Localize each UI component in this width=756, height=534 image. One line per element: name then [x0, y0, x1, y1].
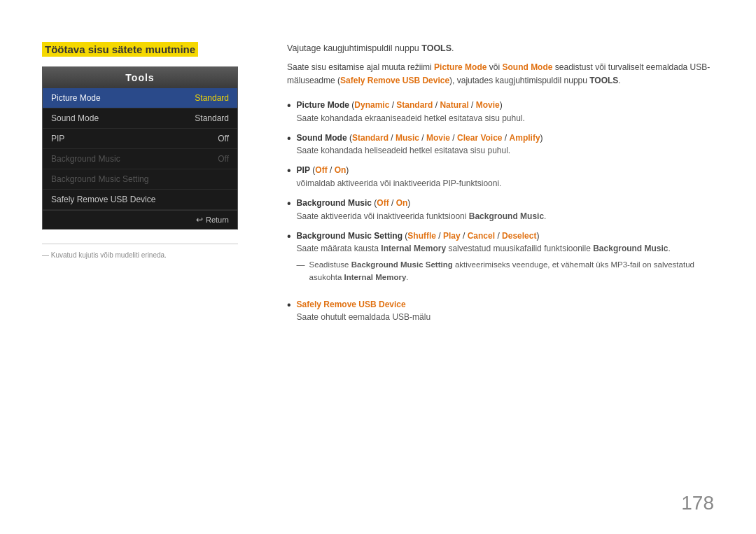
- bullet-title: Safely Remove USB Device: [297, 298, 714, 311]
- bullet-sub: Saate kohandada heliseadeid hetkel esita…: [297, 144, 714, 157]
- note-text: Seadistuse Background Music Setting akti…: [309, 259, 714, 284]
- bullet-content: Picture Mode (Dynamic / Standard / Natur…: [297, 99, 714, 125]
- footnote-area: ― Kuvatud kujutis võib mudeliti erineda.: [42, 244, 238, 259]
- page-number: 178: [681, 492, 714, 514]
- bullet-sub: Saate ohutult eemaldada USB-mälu: [297, 311, 714, 323]
- bullet-dot-icon: •: [287, 228, 291, 246]
- bullet-content: Background Music (Off / On) Saate aktive…: [297, 197, 714, 223]
- return-label: Return: [206, 216, 229, 224]
- return-button[interactable]: ↩ Return: [51, 215, 229, 225]
- bullet-title: Sound Mode (Standard / Music / Movie / C…: [297, 132, 714, 145]
- bullet-dot-icon: •: [287, 297, 291, 314]
- note-dash-icon: ―: [297, 259, 305, 272]
- tools-item-value: Standard: [195, 113, 229, 123]
- section-title: Töötava sisu sätete muutmine: [42, 42, 198, 57]
- bullet-pip: • PIP (Off / On) võimaldab aktiveerida v…: [287, 164, 714, 190]
- safely-remove-ref: Safely Remove USB Device: [340, 76, 449, 85]
- tools-item-label: PIP: [51, 134, 64, 143]
- intro-line-2: Saate sisu esitamise ajal muuta režiimi …: [287, 61, 714, 87]
- bullet-content: PIP (Off / On) võimaldab aktiveerida või…: [297, 164, 714, 190]
- bullet-title: PIP (Off / On): [297, 164, 714, 177]
- bullet-content: Sound Mode (Standard / Music / Movie / C…: [297, 132, 714, 157]
- bullet-list: • Picture Mode (Dynamic / Standard / Nat…: [287, 99, 714, 323]
- bullet-dot-icon: •: [287, 97, 291, 115]
- picture-mode-ref: Picture Mode: [434, 62, 486, 72]
- bullet-title: Background Music (Off / On): [297, 197, 714, 210]
- bullet-dot-icon: •: [287, 162, 291, 180]
- tools-item-safely-remove[interactable]: Safely Remove USB Device: [43, 190, 237, 210]
- bullet-background-music: • Background Music (Off / On) Saate akti…: [287, 197, 714, 223]
- left-column: Töötava sisu sätete muutmine Tools Pictu…: [42, 42, 259, 506]
- bullet-safely-remove: • Safely Remove USB Device Saate ohutult…: [287, 298, 714, 324]
- tools-item-pip[interactable]: PIP Off: [43, 129, 237, 149]
- sound-mode-ref: Sound Mode: [502, 62, 552, 72]
- tools-list: Picture Mode Standard Sound Mode Standar…: [43, 88, 237, 210]
- tools-item-label: Background Music Setting: [51, 174, 148, 184]
- bullet-content: Background Music Setting (Shuffle / Play…: [297, 230, 714, 291]
- footnote-text: ― Kuvatud kujutis võib mudeliti erineda.: [42, 251, 238, 259]
- tools-item-picture-mode[interactable]: Picture Mode Standard: [43, 88, 237, 108]
- bullet-sub: Saate kohandada ekraaniseadeid hetkel es…: [297, 112, 714, 125]
- bullet-bg-music-setting: • Background Music Setting (Shuffle / Pl…: [287, 230, 714, 291]
- tools-keyword-2: TOOLS: [589, 76, 618, 85]
- return-arrow-icon: ↩: [196, 215, 203, 225]
- tools-item-bg-music-setting: Background Music Setting: [43, 169, 237, 190]
- tools-item-label: Picture Mode: [51, 93, 101, 103]
- tools-item-label: Sound Mode: [51, 113, 99, 123]
- intro-line-1: Vajutage kaugjuhtimispuldil nuppu TOOLS.: [287, 42, 714, 55]
- tools-footer: ↩ Return: [43, 210, 237, 229]
- bullet-sound-mode: • Sound Mode (Standard / Music / Movie /…: [287, 132, 714, 157]
- tools-item-value: Off: [218, 134, 229, 143]
- bullet-picture-mode: • Picture Mode (Dynamic / Standard / Nat…: [287, 99, 714, 125]
- tools-keyword: TOOLS: [421, 43, 451, 53]
- tools-panel: Tools Picture Mode Standard Sound Mode S…: [42, 66, 238, 230]
- bullet-content: Safely Remove USB Device Saate ohutult e…: [297, 298, 714, 324]
- right-column: Vajutage kaugjuhtimispuldil nuppu TOOLS.…: [287, 42, 714, 506]
- bullet-title: Background Music Setting (Shuffle / Play…: [297, 230, 714, 243]
- bullet-sub: võimaldab aktiveerida või inaktiveerida …: [297, 177, 714, 190]
- note-block: ― Seadistuse Background Music Setting ak…: [297, 259, 714, 284]
- bullet-sub: Saate määrata kausta Internal Memory sal…: [297, 242, 714, 255]
- tools-item-background-music: Background Music Off: [43, 149, 237, 169]
- tools-item-label: Safely Remove USB Device: [51, 195, 155, 204]
- bullet-title: Picture Mode (Dynamic / Standard / Natur…: [297, 99, 714, 112]
- tools-item-value: Standard: [195, 93, 229, 103]
- tools-header: Tools: [43, 67, 237, 88]
- bullet-dot-icon: •: [287, 130, 291, 148]
- tools-item-label: Background Music: [51, 154, 120, 164]
- bullet-dot-icon: •: [287, 195, 291, 213]
- bullet-sub: Saate aktiveerida või inaktiveerida funk…: [297, 210, 714, 223]
- tools-item-sound-mode[interactable]: Sound Mode Standard: [43, 108, 237, 129]
- tools-item-value: Off: [218, 154, 229, 164]
